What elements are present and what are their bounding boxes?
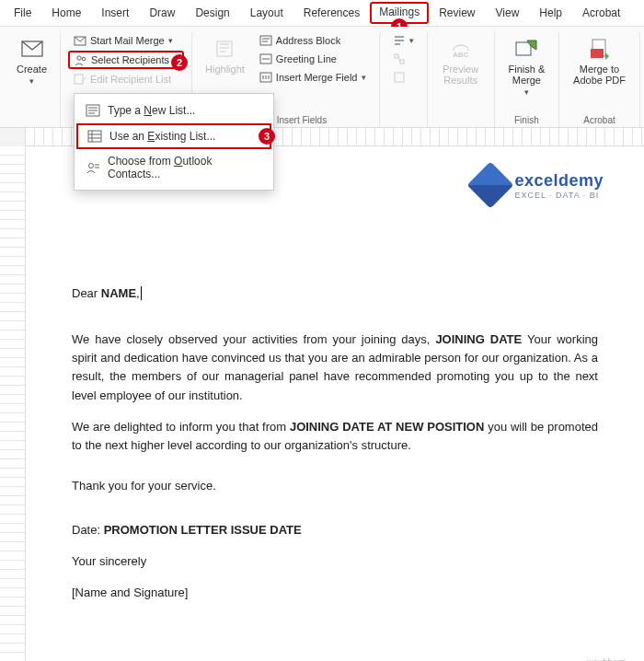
highlight-button: Highlight xyxy=(200,32,250,78)
svg-rect-9 xyxy=(395,54,398,58)
logo-subtitle: EXCEL · DATA · BI xyxy=(514,191,604,200)
ribbon: Create ▾ Start Mail Merge ▾ xyxy=(0,27,644,128)
update-labels-icon xyxy=(393,71,406,84)
new-list-icon xyxy=(86,103,100,118)
select-recipients-button[interactable]: Select Recipients ▾ 2 xyxy=(68,51,184,69)
vertical-ruler[interactable] xyxy=(0,146,26,661)
group-label-finish: Finish xyxy=(514,113,539,127)
rules-button[interactable]: ▾ xyxy=(387,32,420,49)
greeting-line: Dear NAME, xyxy=(72,284,598,303)
ribbon-group-finish: Finish & Merge ▾ Finish xyxy=(495,32,559,127)
update-labels-button xyxy=(387,69,420,86)
document-page[interactable]: exceldemy EXCEL · DATA · BI Dear NAME, W… xyxy=(26,146,644,661)
pdf-icon xyxy=(587,36,613,62)
menu-file[interactable]: File xyxy=(4,2,41,24)
paragraph-2: We are delighted to inform you that from… xyxy=(72,418,598,455)
menu-mailings[interactable]: Mailings 1 xyxy=(370,2,429,24)
svg-point-17 xyxy=(89,164,94,168)
svg-point-3 xyxy=(82,57,86,61)
svg-point-2 xyxy=(77,56,81,60)
logo-title: exceldemy xyxy=(514,171,604,191)
document-body[interactable]: Dear NAME, We have closely observed your… xyxy=(72,284,598,603)
merge-to-pdf-button[interactable]: Merge to Adobe PDF xyxy=(567,32,632,89)
svg-rect-4 xyxy=(75,75,83,84)
mail-merge-icon xyxy=(74,34,86,47)
menu-insert[interactable]: Insert xyxy=(91,2,139,24)
group-label-acrobat: Acrobat xyxy=(583,113,615,127)
dropdown-type-new-list[interactable]: Type a New List... xyxy=(75,98,273,123)
outlook-contacts-icon xyxy=(86,160,100,175)
ribbon-group-rules: ▾ xyxy=(380,32,428,127)
finish-merge-icon xyxy=(513,36,539,62)
dropdown-use-existing-list[interactable]: Use an Existing List... 3 xyxy=(76,123,271,149)
greeting-line-button[interactable]: Greeting Line xyxy=(254,51,372,67)
greeting-icon xyxy=(259,52,272,65)
svg-rect-16 xyxy=(88,131,101,142)
list-edit-icon xyxy=(74,73,86,86)
chevron-down-icon: ▾ xyxy=(362,73,366,82)
ribbon-group-create: Create ▾ xyxy=(4,32,61,127)
logo-cube-icon xyxy=(467,162,514,209)
highlight-icon xyxy=(212,36,237,62)
callout-badge-2: 2 xyxy=(171,54,188,71)
envelope-icon xyxy=(19,36,45,62)
ribbon-group-preview: ABC Preview Results xyxy=(428,32,495,127)
exceldemy-logo: exceldemy EXCEL · DATA · BI xyxy=(474,168,604,202)
finish-merge-button[interactable]: Finish & Merge ▾ xyxy=(502,32,551,100)
chevron-down-icon: ▾ xyxy=(524,87,529,97)
rules-icon xyxy=(393,34,406,47)
svg-rect-11 xyxy=(395,73,404,82)
insert-merge-field-button[interactable]: Insert Merge Field ▾ xyxy=(254,69,372,86)
menu-home[interactable]: Home xyxy=(41,2,91,24)
start-mail-merge-button[interactable]: Start Mail Merge ▾ xyxy=(68,32,184,49)
menu-acrobat[interactable]: Acrobat xyxy=(572,2,630,24)
chevron-down-icon: ▾ xyxy=(29,76,34,86)
merge-field-icon xyxy=(259,71,272,84)
watermark-text: wsxhbom xyxy=(587,657,626,661)
create-button[interactable]: Create ▾ xyxy=(11,32,52,89)
callout-badge-3: 3 xyxy=(259,128,275,145)
chevron-down-icon: ▾ xyxy=(168,36,173,45)
match-fields-button xyxy=(387,51,420,67)
people-icon xyxy=(75,53,87,66)
address-block-button[interactable]: Address Block xyxy=(254,32,372,49)
paragraph-1: We have closely observed your activities… xyxy=(72,330,598,405)
match-fields-icon xyxy=(393,52,406,65)
thanks-line: Thank you for your service. xyxy=(72,477,598,495)
abc-preview-icon: ABC xyxy=(448,36,474,62)
menu-draw[interactable]: Draw xyxy=(139,2,185,24)
dropdown-outlook-contacts[interactable]: Choose from Outlook Contacts... xyxy=(75,149,273,186)
ribbon-group-acrobat: Merge to Adobe PDF Acrobat xyxy=(559,32,640,127)
existing-list-icon xyxy=(87,129,102,144)
menu-design[interactable]: Design xyxy=(185,2,239,24)
date-line: Date: PROMOTION LETTER ISSUE DATE xyxy=(72,521,598,539)
svg-rect-12 xyxy=(516,42,531,55)
menu-view[interactable]: View xyxy=(486,2,530,24)
document-area: exceldemy EXCEL · DATA · BI Dear NAME, W… xyxy=(0,146,644,661)
svg-rect-14 xyxy=(591,49,604,58)
svg-rect-10 xyxy=(400,60,404,64)
preview-results-button: ABC Preview Results xyxy=(435,32,487,89)
chevron-down-icon: ▾ xyxy=(409,36,414,45)
svg-rect-5 xyxy=(217,41,232,56)
menu-review[interactable]: Review xyxy=(429,2,485,24)
menu-bar: File Home Insert Draw Design Layout Refe… xyxy=(0,0,644,27)
menu-help[interactable]: Help xyxy=(529,2,572,24)
address-block-icon xyxy=(259,34,272,47)
select-recipients-dropdown: Type a New List... Use an Existing List.… xyxy=(74,93,274,191)
svg-rect-6 xyxy=(260,36,271,45)
menu-layout[interactable]: Layout xyxy=(240,2,293,24)
signature-line: [Name and Signature] xyxy=(72,584,598,602)
closing-line: Your sincerely xyxy=(72,552,598,571)
edit-recipient-list-button: Edit Recipient List xyxy=(68,71,184,87)
menu-references[interactable]: References xyxy=(293,2,370,24)
